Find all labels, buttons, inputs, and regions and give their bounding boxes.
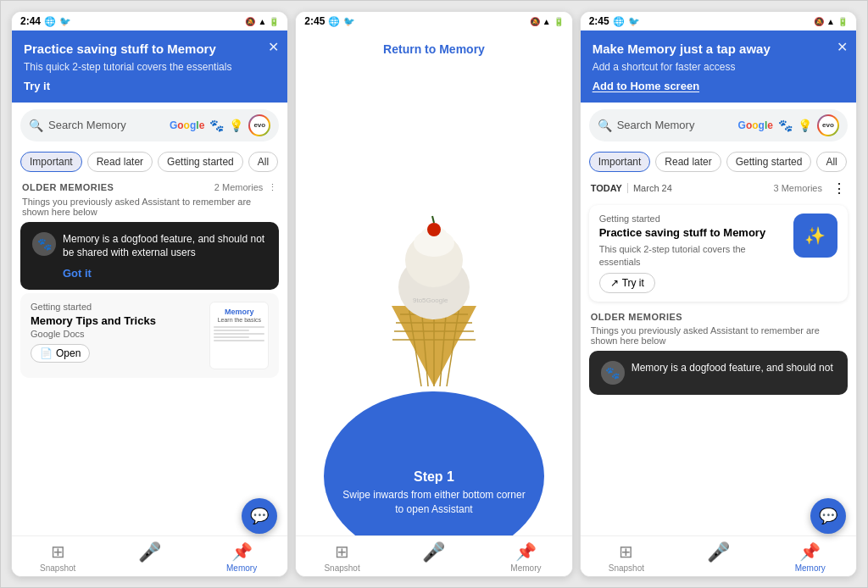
open-button-left[interactable]: 📄 Open — [31, 344, 90, 363]
wifi-icon-m: ▲ — [542, 17, 551, 26]
svg-text:9to5Google: 9to5Google — [413, 297, 448, 304]
bottom-nav-left: ⊞ Snapshot 🎤 📌 Memory — [12, 535, 287, 576]
nav-snapshot-middle[interactable]: ⊞ Snapshot — [296, 541, 387, 573]
search-placeholder-right: Search Memory — [617, 119, 733, 131]
section-menu-left[interactable]: ⋮ — [268, 182, 277, 193]
dark-card-text-right: Memory is a dogfood feature, and should … — [632, 361, 833, 375]
ice-cream-container: 9to5Google Step 1 Swipe inwards from eit… — [296, 68, 571, 535]
battery-icon-r: 🔋 — [837, 17, 848, 26]
older-section-right: OLDER MEMORIES — [581, 305, 856, 325]
banner-action-left[interactable]: Try it — [24, 80, 275, 92]
globe-icon: 🌐 — [44, 16, 56, 27]
phone-middle: 2:45 🌐 🐦 🔕 ▲ 🔋 Return to Memory — [295, 11, 572, 577]
filter-tabs-left: Important Read later Getting started All — [12, 148, 287, 175]
screenshot-container: 2:44 🌐 🐦 🔕 ▲ 🔋 Practice saving stuff to … — [0, 0, 868, 588]
wifi-icon: ▲ — [258, 17, 266, 26]
gs-tag: Getting started — [599, 214, 785, 224]
search-icon-left: 🔍 — [29, 119, 43, 132]
banner-title-left: Practice saving stuff to Memory — [24, 41, 275, 58]
banner-right: Make Memory just a tap away Add a shortc… — [581, 31, 856, 103]
paw-circle-right: 🐾 — [601, 361, 625, 385]
gs-icon: ✨ — [793, 214, 837, 258]
today-section-row: TODAY March 24 3 Memories ⋮ — [581, 175, 856, 202]
filter-tabs-right: Important Read later Getting started All — [581, 148, 856, 175]
memory-label-left: Memory — [226, 563, 257, 573]
paw-circle-left: 🐾 — [32, 232, 56, 256]
search-bar-left[interactable]: 🔍 Search Memory Google 🐾 💡 evo — [20, 109, 279, 141]
snapshot-icon-left: ⊞ — [51, 541, 65, 562]
banner-action-right[interactable]: Add to Home screen — [593, 80, 844, 92]
twitter-icon-r: 🐦 — [628, 16, 640, 27]
memory-icon-left: 📌 — [231, 541, 253, 562]
nav-memory-left[interactable]: 📌 Memory — [196, 541, 287, 573]
status-bar-middle: 2:45 🌐 🐦 🔕 ▲ 🔋 — [296, 12, 571, 31]
section-header-older-left: OLDER MEMORIES 2 Memories ⋮ — [12, 175, 287, 197]
fab-button-right[interactable]: 💬 — [810, 498, 846, 534]
return-link[interactable]: Return to Memory — [296, 31, 571, 68]
banner-close-left[interactable]: ✕ — [268, 39, 279, 55]
older-desc-right: Things you previously asked Assistant to… — [581, 325, 856, 346]
gs-card-info: Getting started Practice saving stuff to… — [599, 214, 785, 293]
google-logo-right: Google — [738, 119, 773, 131]
banner-left: Practice saving stuff to Memory This qui… — [12, 31, 287, 103]
try-it-label: Try it — [622, 277, 644, 289]
light-card-left: Getting started Memory Tips and Tricks G… — [20, 293, 279, 378]
silent-icon-r: 🔕 — [814, 17, 824, 26]
today-label: TODAY — [591, 183, 622, 193]
older-title-right: OLDER MEMORIES — [591, 312, 682, 322]
nav-memory-right[interactable]: 📌 Memory — [765, 541, 856, 573]
globe-icon-m: 🌐 — [328, 16, 340, 27]
nav-snapshot-left[interactable]: ⊞ Snapshot — [12, 541, 103, 573]
light-card-title-left: Memory Tips and Tricks — [31, 314, 201, 327]
tab-readlater-right[interactable]: Read later — [655, 152, 721, 172]
dark-card-left: 🐾 Memory is a dogfood feature, and shoul… — [20, 222, 279, 291]
battery-icon: 🔋 — [269, 17, 279, 26]
nav-mic-middle[interactable]: 🎤 — [388, 541, 480, 573]
globe-icon-r: 🌐 — [613, 16, 625, 27]
external-link-icon: ↗ — [610, 277, 619, 289]
silent-icon-m: 🔕 — [530, 17, 540, 26]
evo-badge-right: evo — [817, 114, 839, 136]
dark-card-action-left[interactable]: Got it — [63, 267, 267, 280]
ice-cream-illustration: 9to5Google — [366, 213, 502, 391]
tab-important-left[interactable]: Important — [20, 152, 82, 172]
banner-close-right[interactable]: ✕ — [837, 39, 848, 55]
google-logo-left: Google — [170, 119, 204, 131]
tab-all-left[interactable]: All — [248, 152, 278, 172]
bulb-icon-left: 💡 — [229, 119, 243, 132]
dark-card-right: 🐾 Memory is a dogfood feature, and shoul… — [589, 351, 848, 395]
banner-subtitle-right: Add a shortcut for faster access — [593, 61, 844, 73]
light-card-info-left: Getting started Memory Tips and Tricks G… — [31, 302, 201, 369]
section-menu-right[interactable]: ⋮ — [832, 180, 846, 197]
snapshot-label-r: Snapshot — [609, 563, 644, 573]
snapshot-icon-m: ⊞ — [335, 541, 349, 562]
search-icon-right: 🔍 — [598, 119, 612, 132]
search-placeholder-left: Search Memory — [48, 119, 164, 131]
try-it-button[interactable]: ↗ Try it — [599, 273, 655, 293]
svg-line-15 — [432, 216, 434, 223]
snapshot-icon-r: ⊞ — [619, 541, 633, 562]
memory-label-m: Memory — [510, 563, 541, 573]
tab-important-right[interactable]: Important — [589, 152, 651, 172]
search-bar-right[interactable]: 🔍 Search Memory Google 🐾 💡 evo — [589, 109, 848, 141]
tab-readlater-left[interactable]: Read later — [87, 152, 153, 172]
nav-memory-middle[interactable]: 📌 Memory — [480, 541, 571, 573]
light-card-subtitle-left: Google Docs — [31, 329, 201, 339]
snapshot-label-left: Snapshot — [40, 563, 75, 573]
thumbnail-left: Memory Learn the basics — [209, 302, 269, 369]
memory-count-left: 2 Memories — [214, 182, 263, 192]
nav-mic-left[interactable]: 🎤 — [103, 541, 195, 573]
thumbnail-subtitle-left: Learn the basics — [218, 317, 261, 323]
paw-icon-left: 🐾 — [209, 119, 224, 132]
section-title-older-left: OLDER MEMORIES — [22, 182, 114, 192]
bottom-nav-middle: ⊞ Snapshot 🎤 📌 Memory — [296, 535, 571, 576]
tab-all-right[interactable]: All — [816, 152, 846, 172]
nav-mic-right[interactable]: 🎤 — [672, 541, 764, 573]
doc-icon-left: 📄 — [40, 347, 53, 359]
wand-icon: ✨ — [804, 225, 826, 246]
thumbnail-title-left: Memory — [225, 308, 254, 317]
tab-gettingstarted-right[interactable]: Getting started — [726, 152, 812, 172]
nav-snapshot-right[interactable]: ⊞ Snapshot — [581, 541, 672, 573]
tab-gettingstarted-left[interactable]: Getting started — [158, 152, 243, 172]
memory-count-right: 3 Memories — [774, 183, 822, 193]
